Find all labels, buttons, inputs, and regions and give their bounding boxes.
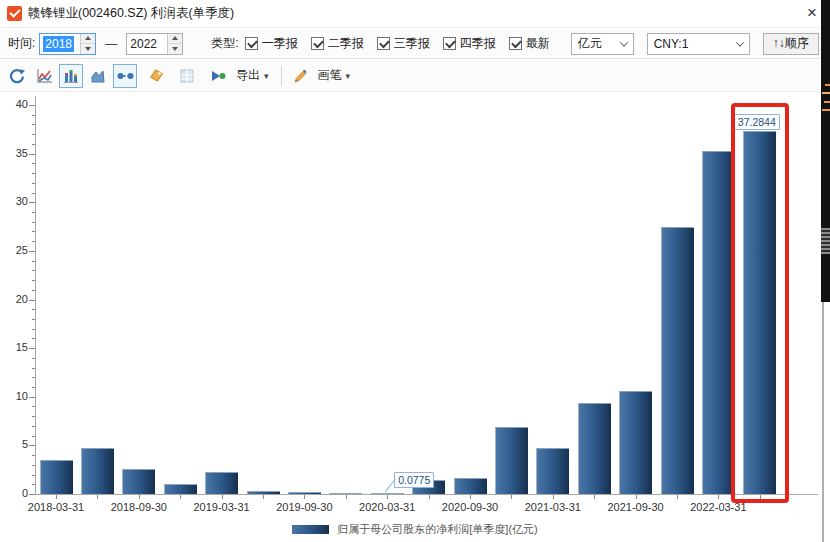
filter-toolbar: 时间: 2018 — 2022 类型: 一季报二季报三季报四季报最新 亿元 CN… [0,29,830,59]
bar-2018-06-30[interactable] [81,448,114,494]
x-tick [304,495,305,499]
sort-order-button[interactable]: ↑↓顺序 [763,33,819,55]
checkbox-icon [509,37,522,50]
x-tick-label: 2018-03-31 [14,501,98,513]
year-to-value: 2022 [130,37,157,51]
annotation-callout: 0.0775 [394,472,434,488]
y-tick [32,406,35,407]
y-tick-label: 25 [0,244,28,256]
y-tick [29,445,35,446]
bar-chart-icon [63,68,79,84]
export-icon [210,68,227,84]
year-from-input[interactable]: 2018 [39,33,96,55]
checkbox-label: 一季报 [262,35,298,52]
unit-dropdown-value: 亿元 [578,35,602,52]
y-tick [32,193,35,194]
y-tick [32,231,35,232]
bar-2018-03-31[interactable] [40,460,73,494]
brush-label[interactable]: 画笔 [318,67,342,84]
export-menu-caret-icon[interactable]: ▾ [264,71,269,81]
bar-2022-03-31[interactable] [702,151,735,494]
titlebar: 赣锋锂业(002460.SZ) 利润表(单季度) × [0,0,830,28]
bar-2019-06-30[interactable] [247,491,280,494]
y-tick [32,222,35,223]
bar-2018-09-30[interactable] [122,469,155,494]
year-from-up-button[interactable] [81,34,95,45]
bar-2021-03-31[interactable] [536,448,569,494]
y-axis-line [35,96,36,495]
x-tick-label: 2019-03-31 [180,501,264,513]
checkbox-icon [377,37,390,50]
bar-2020-03-31[interactable] [371,493,404,494]
y-tick-label: 15 [0,341,28,353]
bar-2021-12-31[interactable] [661,227,694,494]
x-tick [594,495,595,499]
bar-2019-12-31[interactable] [329,493,362,494]
chevron-down-icon [619,38,627,46]
checkbox-label: 三季报 [394,35,430,52]
y-tick [29,202,35,203]
x-tick-label: 2018-09-30 [97,501,181,513]
x-tick-label: 2021-03-31 [511,501,595,513]
bar-2019-09-30[interactable] [288,492,321,494]
y-tick [32,144,35,145]
x-tick-label: 2021-09-30 [594,501,678,513]
dumbbell-button[interactable] [113,64,137,88]
brush-button[interactable] [288,64,312,88]
bar-chart: 05101520253035402018-03-312018-09-302019… [0,92,830,542]
year-from-value: 2018 [43,36,74,52]
up-arrow-icon [85,36,91,40]
report-type-checkboxes: 一季报二季报三季报四季报最新 [245,35,563,52]
checkbox-icon [443,37,456,50]
refresh-icon [9,68,25,84]
grid-button[interactable] [175,64,199,88]
bar-chart-button[interactable] [59,64,83,88]
report-type-checkbox[interactable]: 三季报 [377,35,430,52]
bar-2020-12-31[interactable] [495,427,528,494]
down-arrow-icon [85,47,91,51]
y-tick [32,484,35,485]
x-tick [180,495,181,499]
area-chart-icon [90,68,106,84]
chart-legend: 归属于母公司股东的净利润[单季度](亿元) [0,522,830,537]
y-tick [29,251,35,252]
area-chart-button[interactable] [86,64,110,88]
time-label: 时间: [8,35,35,52]
legend-label: 归属于母公司股东的净利润[单季度](亿元) [337,522,537,537]
x-tick [263,495,264,499]
x-tick [718,495,719,499]
refresh-button[interactable] [5,64,29,88]
y-tick [32,338,35,339]
tag-button[interactable] [144,64,168,88]
type-label: 类型: [211,35,238,52]
window-title: 赣锋锂业(002460.SZ) 利润表(单季度) [28,5,234,22]
report-type-checkbox[interactable]: 最新 [509,35,550,52]
export-label[interactable]: 导出 [236,67,260,84]
x-tick [56,495,57,499]
bar-2018-12-31[interactable] [164,484,197,494]
x-axis-line [35,494,818,495]
export-button[interactable] [206,64,230,88]
bar-2020-09-30[interactable] [454,478,487,494]
close-icon[interactable]: × [807,2,817,24]
chart-toolbar: 导出 ▾ 画笔 ▾ [0,60,820,92]
year-to-input[interactable]: 2022 [126,33,183,55]
bar-2021-06-30[interactable] [578,403,611,494]
currency-dropdown[interactable]: CNY:1 [647,33,750,55]
y-tick [32,358,35,359]
brush-menu-caret-icon[interactable]: ▾ [346,71,351,81]
year-to-down-button[interactable] [168,44,182,54]
unit-dropdown[interactable]: 亿元 [571,33,634,55]
report-type-checkbox[interactable]: 二季报 [311,35,364,52]
report-type-checkbox[interactable]: 四季报 [443,35,496,52]
report-type-checkbox[interactable]: 一季报 [245,35,298,52]
x-tick-label: 2019-09-30 [262,501,346,513]
year-to-up-button[interactable] [168,34,182,45]
bar-2019-03-31[interactable] [205,472,238,494]
up-arrow-icon [172,36,178,40]
line-chart-button[interactable] [32,64,56,88]
year-from-down-button[interactable] [81,44,95,54]
grid-icon [179,68,195,84]
y-tick-label: 20 [0,293,28,305]
bar-2021-09-30[interactable] [619,391,652,494]
